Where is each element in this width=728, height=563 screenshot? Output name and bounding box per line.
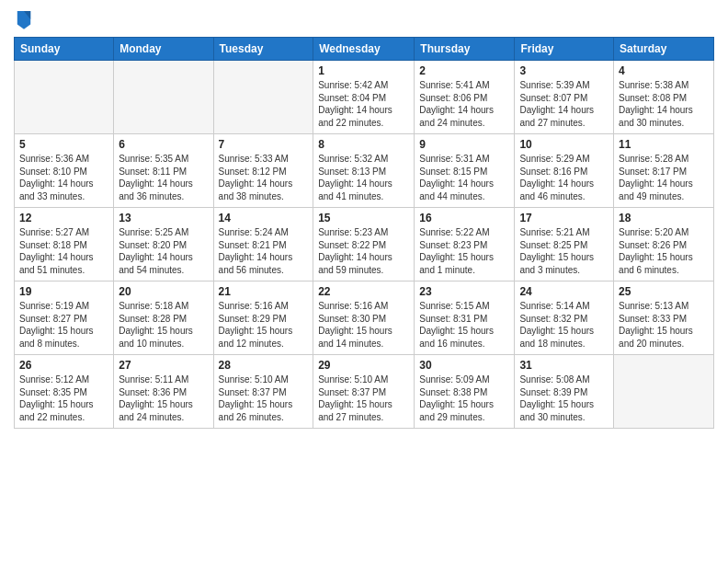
day-info: Sunrise: 5:20 AM Sunset: 8:26 PM Dayligh… [619,226,709,276]
day-number: 13 [119,212,208,224]
calendar-cell: 26Sunrise: 5:12 AM Sunset: 8:35 PM Dayli… [15,355,114,429]
calendar-cell: 6Sunrise: 5:35 AM Sunset: 8:11 PM Daylig… [114,134,213,208]
calendar-cell: 16Sunrise: 5:22 AM Sunset: 8:23 PM Dayli… [415,208,515,282]
calendar-cell: 19Sunrise: 5:19 AM Sunset: 8:27 PM Dayli… [15,282,114,355]
calendar-cell: 1Sunrise: 5:42 AM Sunset: 8:04 PM Daylig… [313,61,415,134]
calendar-cell: 14Sunrise: 5:24 AM Sunset: 8:21 PM Dayli… [213,208,313,282]
calendar-cell: 27Sunrise: 5:11 AM Sunset: 8:36 PM Dayli… [114,355,213,429]
day-number: 21 [219,285,309,298]
calendar-cell: 13Sunrise: 5:25 AM Sunset: 8:20 PM Dayli… [114,208,213,282]
day-number: 16 [419,212,509,224]
calendar-cell: 22Sunrise: 5:16 AM Sunset: 8:30 PM Dayli… [313,282,415,355]
calendar-cell [213,61,313,134]
day-number: 18 [619,212,709,224]
calendar-cell: 3Sunrise: 5:39 AM Sunset: 8:07 PM Daylig… [515,61,614,134]
day-info: Sunrise: 5:27 AM Sunset: 8:18 PM Dayligh… [19,226,108,276]
logo-icon [16,9,32,29]
calendar-cell: 10Sunrise: 5:29 AM Sunset: 8:16 PM Dayli… [515,134,614,208]
day-number: 25 [619,285,709,298]
day-info: Sunrise: 5:12 AM Sunset: 8:35 PM Dayligh… [19,373,108,423]
day-number: 29 [318,359,409,372]
day-number: 24 [519,285,609,298]
day-number: 22 [318,285,409,298]
day-info: Sunrise: 5:39 AM Sunset: 8:07 PM Dayligh… [519,79,609,129]
day-info: Sunrise: 5:08 AM Sunset: 8:39 PM Dayligh… [519,373,609,423]
day-info: Sunrise: 5:16 AM Sunset: 8:29 PM Dayligh… [219,300,309,350]
calendar-cell: 20Sunrise: 5:18 AM Sunset: 8:28 PM Dayli… [114,282,213,355]
day-number: 8 [318,138,409,151]
day-number: 2 [419,64,509,77]
calendar-cell: 23Sunrise: 5:15 AM Sunset: 8:31 PM Dayli… [415,282,515,355]
day-number: 1 [318,64,409,77]
week-row-1: 1Sunrise: 5:42 AM Sunset: 8:04 PM Daylig… [15,61,714,134]
day-number: 28 [219,359,309,372]
calendar-cell: 5Sunrise: 5:36 AM Sunset: 8:10 PM Daylig… [15,134,114,208]
day-number: 30 [419,359,509,372]
calendar-cell [114,61,213,134]
day-info: Sunrise: 5:33 AM Sunset: 8:12 PM Dayligh… [219,153,309,202]
day-info: Sunrise: 5:36 AM Sunset: 8:10 PM Dayligh… [19,153,108,202]
calendar-cell [15,61,114,134]
calendar-cell: 7Sunrise: 5:33 AM Sunset: 8:12 PM Daylig… [213,134,313,208]
day-info: Sunrise: 5:19 AM Sunset: 8:27 PM Dayligh… [19,300,108,350]
day-number: 9 [419,138,509,151]
calendar-cell: 9Sunrise: 5:31 AM Sunset: 8:15 PM Daylig… [415,134,515,208]
day-header-tuesday: Tuesday [213,38,313,61]
day-number: 23 [419,285,509,298]
day-info: Sunrise: 5:15 AM Sunset: 8:31 PM Dayligh… [419,300,509,350]
calendar-cell: 24Sunrise: 5:14 AM Sunset: 8:32 PM Dayli… [515,282,614,355]
calendar-cell: 8Sunrise: 5:32 AM Sunset: 8:13 PM Daylig… [313,134,415,208]
calendar-cell [614,355,714,429]
header [14,9,714,29]
day-number: 6 [119,138,208,151]
day-info: Sunrise: 5:41 AM Sunset: 8:06 PM Dayligh… [419,79,509,129]
calendar-cell: 28Sunrise: 5:10 AM Sunset: 8:37 PM Dayli… [213,355,313,429]
day-info: Sunrise: 5:23 AM Sunset: 8:22 PM Dayligh… [318,226,409,276]
week-row-2: 5Sunrise: 5:36 AM Sunset: 8:10 PM Daylig… [15,134,714,208]
day-info: Sunrise: 5:09 AM Sunset: 8:38 PM Dayligh… [419,373,509,423]
day-info: Sunrise: 5:16 AM Sunset: 8:30 PM Dayligh… [318,300,409,350]
day-header-friday: Friday [515,38,614,61]
week-row-4: 19Sunrise: 5:19 AM Sunset: 8:27 PM Dayli… [15,282,714,355]
day-header-wednesday: Wednesday [313,38,415,61]
day-header-saturday: Saturday [614,38,714,61]
calendar-cell: 21Sunrise: 5:16 AM Sunset: 8:29 PM Dayli… [213,282,313,355]
calendar-cell: 11Sunrise: 5:28 AM Sunset: 8:17 PM Dayli… [614,134,714,208]
day-info: Sunrise: 5:42 AM Sunset: 8:04 PM Dayligh… [318,79,409,129]
day-info: Sunrise: 5:29 AM Sunset: 8:16 PM Dayligh… [519,153,609,202]
calendar-cell: 25Sunrise: 5:13 AM Sunset: 8:33 PM Dayli… [614,282,714,355]
day-info: Sunrise: 5:32 AM Sunset: 8:13 PM Dayligh… [318,153,409,202]
day-info: Sunrise: 5:18 AM Sunset: 8:28 PM Dayligh… [119,300,208,350]
day-number: 14 [219,212,309,224]
day-number: 4 [619,64,709,77]
day-number: 7 [219,138,309,151]
day-info: Sunrise: 5:21 AM Sunset: 8:25 PM Dayligh… [519,226,609,276]
day-info: Sunrise: 5:10 AM Sunset: 8:37 PM Dayligh… [318,373,409,423]
day-number: 11 [619,138,709,151]
day-header-sunday: Sunday [15,38,114,61]
day-number: 31 [519,359,609,372]
calendar-cell: 4Sunrise: 5:38 AM Sunset: 8:08 PM Daylig… [614,61,714,134]
week-row-5: 26Sunrise: 5:12 AM Sunset: 8:35 PM Dayli… [15,355,714,429]
calendar-cell: 17Sunrise: 5:21 AM Sunset: 8:25 PM Dayli… [515,208,614,282]
day-number: 5 [19,138,108,151]
day-info: Sunrise: 5:31 AM Sunset: 8:15 PM Dayligh… [419,153,509,202]
day-number: 12 [19,212,108,224]
day-number: 3 [519,64,609,77]
logo [14,9,32,29]
day-number: 26 [19,359,108,372]
day-info: Sunrise: 5:11 AM Sunset: 8:36 PM Dayligh… [119,373,208,423]
calendar-table: SundayMondayTuesdayWednesdayThursdayFrid… [14,37,714,429]
calendar-cell: 2Sunrise: 5:41 AM Sunset: 8:06 PM Daylig… [415,61,515,134]
day-number: 15 [318,212,409,224]
calendar-cell: 31Sunrise: 5:08 AM Sunset: 8:39 PM Dayli… [515,355,614,429]
day-info: Sunrise: 5:24 AM Sunset: 8:21 PM Dayligh… [219,226,309,276]
day-info: Sunrise: 5:22 AM Sunset: 8:23 PM Dayligh… [419,226,509,276]
day-info: Sunrise: 5:10 AM Sunset: 8:37 PM Dayligh… [219,373,309,423]
calendar-cell: 29Sunrise: 5:10 AM Sunset: 8:37 PM Dayli… [313,355,415,429]
day-number: 20 [119,285,208,298]
calendar-header-row: SundayMondayTuesdayWednesdayThursdayFrid… [15,38,714,61]
day-header-monday: Monday [114,38,213,61]
day-info: Sunrise: 5:25 AM Sunset: 8:20 PM Dayligh… [119,226,208,276]
day-number: 17 [519,212,609,224]
